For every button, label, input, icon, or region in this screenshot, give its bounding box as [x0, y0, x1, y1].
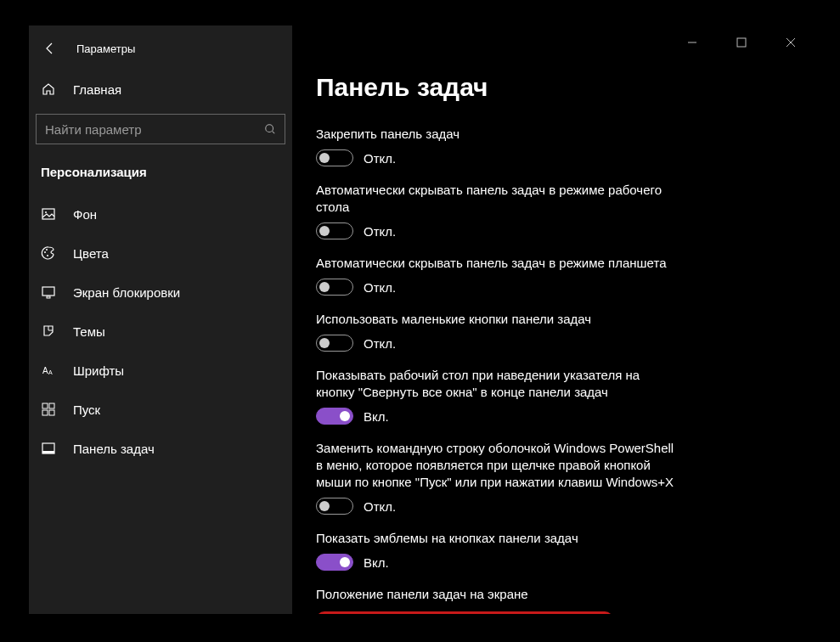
setting-powershell: Заменить командную строку оболочкой Wind…	[316, 440, 787, 515]
settings-window: Параметры Главная Персонализация Фон	[29, 25, 811, 614]
sidebar: Параметры Главная Персонализация Фон	[29, 25, 292, 614]
nav-item-start[interactable]: Пуск	[29, 390, 292, 429]
nav-item-background[interactable]: Фон	[29, 194, 292, 234]
toggle-state: Откл.	[364, 151, 396, 166]
svg-rect-15	[42, 451, 54, 453]
setting-position: Положение панели задач на экране Внизу	[316, 586, 787, 614]
window-title: Параметры	[76, 42, 135, 55]
category-title: Персонализация	[29, 156, 292, 194]
fonts-icon: AA	[41, 363, 56, 378]
nav-label: Панель задач	[73, 442, 155, 456]
nav-label: Темы	[73, 324, 105, 339]
setting-label: Заменить командную строку оболочкой Wind…	[316, 440, 681, 491]
main-content: Панель задач Закрепить панель задач Откл…	[292, 25, 811, 614]
start-icon	[41, 402, 56, 417]
setting-label: Использовать маленькие кнопки панели зад…	[316, 311, 681, 328]
search-input[interactable]	[45, 122, 241, 137]
setting-peek: Показывать рабочий стол при наведении ук…	[316, 367, 787, 425]
toggle-state: Вкл.	[364, 555, 389, 570]
toggle-powershell[interactable]	[316, 498, 353, 515]
setting-label: Автоматически скрывать панель задач в ре…	[316, 182, 681, 216]
setting-label: Закрепить панель задач	[316, 126, 681, 143]
toggle-state: Откл.	[364, 499, 396, 514]
svg-text:A: A	[42, 366, 48, 375]
svg-point-4	[46, 249, 48, 251]
themes-icon	[41, 324, 56, 339]
nav-item-taskbar[interactable]: Панель задач	[29, 429, 292, 468]
svg-rect-7	[47, 296, 50, 298]
nav-item-lockscreen[interactable]: Экран блокировки	[29, 273, 292, 312]
toggle-autohide-desktop[interactable]	[316, 222, 353, 239]
close-button[interactable]	[779, 34, 803, 51]
svg-rect-6	[42, 287, 54, 296]
sidebar-header: Параметры	[29, 31, 292, 73]
search-icon	[264, 123, 276, 135]
home-nav[interactable]: Главная	[29, 73, 292, 105]
svg-point-2	[45, 211, 47, 213]
toggle-badges[interactable]	[316, 554, 353, 571]
svg-rect-11	[49, 403, 54, 408]
toggle-peek[interactable]	[316, 408, 353, 425]
search-box[interactable]	[36, 114, 285, 144]
nav-item-colors[interactable]: Цвета	[29, 234, 292, 273]
home-label: Главная	[73, 82, 121, 97]
window-controls	[680, 34, 803, 51]
home-icon	[41, 82, 56, 97]
dropdown-highlight: Внизу	[316, 611, 613, 614]
svg-text:A: A	[48, 369, 53, 375]
nav-item-fonts[interactable]: AA Шрифты	[29, 351, 292, 390]
toggle-small-buttons[interactable]	[316, 335, 353, 352]
svg-point-3	[44, 251, 46, 253]
svg-point-5	[47, 255, 48, 256]
toggle-state: Откл.	[364, 336, 396, 351]
image-icon	[41, 206, 56, 222]
nav-label: Пуск	[73, 403, 100, 417]
svg-rect-10	[42, 403, 48, 408]
setting-label: Автоматически скрывать панель задач в ре…	[316, 255, 681, 272]
nav-list: Фон Цвета Экран блокировки Темы AA Шрифт…	[29, 194, 292, 468]
toggle-state: Откл.	[364, 224, 396, 239]
setting-autohide-desktop: Автоматически скрывать панель задач в ре…	[316, 182, 787, 239]
setting-small-buttons: Использовать маленькие кнопки панели зад…	[316, 311, 787, 352]
nav-label: Цвета	[73, 246, 109, 261]
toggle-autohide-tablet[interactable]	[316, 279, 353, 296]
page-title: Панель задач	[316, 73, 787, 102]
nav-item-themes[interactable]: Темы	[29, 312, 292, 351]
setting-label: Показывать рабочий стол при наведении ук…	[316, 367, 681, 401]
taskbar-icon	[41, 441, 56, 456]
lockscreen-icon	[41, 284, 56, 300]
toggle-state: Откл.	[364, 280, 396, 295]
setting-label: Показать эмблемы на кнопках панели задач	[316, 530, 681, 547]
svg-rect-1	[42, 209, 54, 219]
svg-rect-13	[49, 410, 54, 415]
toggle-state: Вкл.	[364, 409, 389, 424]
toggle-lock[interactable]	[316, 149, 353, 166]
back-button[interactable]	[41, 39, 59, 58]
minimize-button[interactable]	[680, 34, 704, 51]
setting-badges: Показать эмблемы на кнопках панели задач…	[316, 530, 787, 571]
svg-point-0	[266, 125, 273, 132]
palette-icon	[41, 245, 56, 261]
setting-autohide-tablet: Автоматически скрывать панель задач в ре…	[316, 255, 787, 296]
svg-rect-16	[737, 38, 746, 47]
setting-label: Положение панели задач на экране	[316, 586, 681, 603]
search-container	[29, 105, 292, 156]
setting-lock: Закрепить панель задач Откл.	[316, 126, 787, 166]
nav-label: Фон	[73, 207, 97, 222]
svg-rect-12	[42, 410, 48, 415]
nav-label: Шрифты	[73, 363, 124, 378]
maximize-button[interactable]	[730, 34, 753, 51]
nav-label: Экран блокировки	[73, 285, 180, 300]
